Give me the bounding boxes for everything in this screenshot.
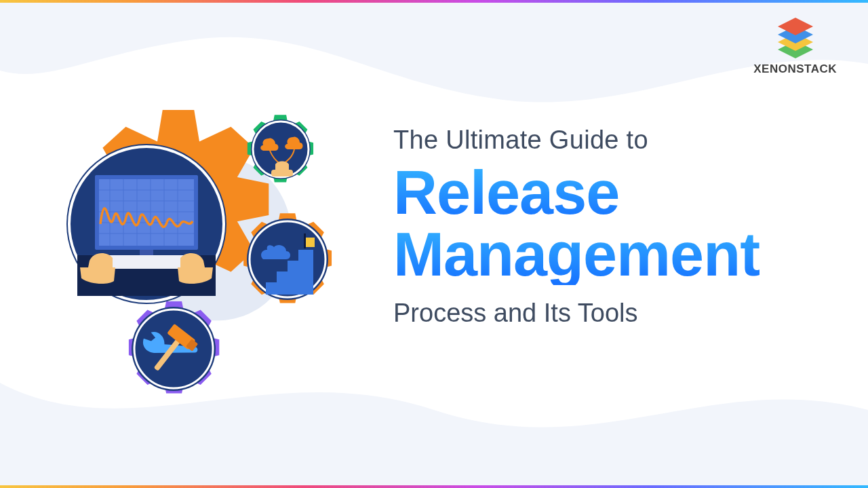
hero-text: The Ultimate Guide to Release Management…	[393, 126, 760, 328]
svg-rect-29	[277, 271, 313, 284]
svg-rect-22	[106, 255, 187, 269]
hero-line-3: Management	[393, 224, 760, 285]
hero-illustration	[0, 81, 380, 441]
gear-stairs-icon	[243, 213, 332, 303]
bottom-gradient-border	[0, 485, 868, 488]
svg-rect-31	[298, 250, 313, 262]
brand-logo: XENONSTACK	[753, 18, 837, 76]
brand-name: XENONSTACK	[753, 62, 837, 76]
svg-rect-33	[304, 233, 306, 248]
svg-rect-25	[271, 170, 293, 176]
svg-rect-8	[99, 179, 194, 246]
hero-line-1: The Ultimate Guide to	[393, 126, 760, 155]
hero-line-4: Process and Its Tools	[393, 299, 760, 328]
svg-rect-32	[305, 238, 315, 247]
svg-rect-28	[266, 282, 313, 295]
svg-rect-30	[288, 261, 313, 273]
gear-tools-icon	[129, 301, 219, 394]
hero-line-2: Release	[393, 164, 760, 223]
stacked-layers-icon	[774, 18, 817, 58]
